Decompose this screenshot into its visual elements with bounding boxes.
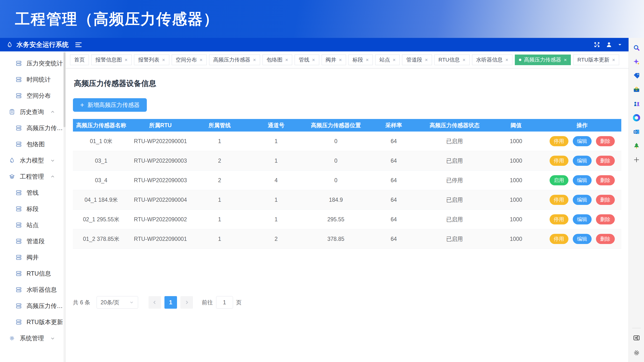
prev-page-button[interactable] (148, 296, 161, 309)
close-icon[interactable]: × (285, 57, 288, 62)
delete-button[interactable]: 删除 (596, 195, 615, 205)
tab-item[interactable]: 站点× (375, 54, 400, 65)
sidebar-item[interactable]: 阀井 (0, 249, 66, 266)
delete-button[interactable]: 删除 (596, 175, 615, 185)
tab-label: 高频压力传感器 (524, 56, 561, 63)
sidebar-item[interactable]: 工程管理 (0, 168, 66, 185)
tab-item[interactable]: 首页 (70, 54, 89, 65)
delete-button[interactable]: 删除 (596, 214, 615, 224)
add-icon[interactable] (629, 153, 644, 167)
page-size-select[interactable]: 20条/页 (96, 296, 138, 309)
select-caret-icon (129, 300, 134, 305)
tab-item[interactable]: 包络图× (262, 54, 292, 65)
edit-button[interactable]: 编辑 (573, 136, 592, 146)
sidebar-panel-icon[interactable] (629, 333, 644, 343)
toggle-enable-button[interactable]: 启用 (550, 175, 568, 185)
tab-item[interactable]: RTU信息× (434, 54, 470, 65)
close-icon[interactable]: × (506, 57, 508, 62)
sidebar-item[interactable]: 历史查询 (0, 104, 66, 120)
close-icon[interactable]: × (366, 57, 369, 62)
tab-item[interactable]: 报警列表× (134, 54, 169, 65)
close-icon[interactable]: × (253, 57, 256, 62)
edit-button[interactable]: 编辑 (573, 156, 592, 166)
delete-button[interactable]: 删除 (596, 136, 615, 146)
user-avatar-icon[interactable] (605, 41, 612, 48)
sidebar-item[interactable]: 压力突变统计 (0, 55, 66, 71)
edit-button[interactable]: 编辑 (573, 175, 592, 185)
shopping-icon[interactable] (629, 69, 644, 83)
sidebar-item[interactable]: 管线 (0, 185, 66, 201)
tab-item[interactable]: 报警信息图× (91, 54, 132, 65)
water-drop-logo-icon (6, 41, 13, 48)
add-sensor-button[interactable]: + 新增高频压力传感器 (73, 98, 147, 112)
tab-item[interactable]: 高频压力传感器× (209, 54, 260, 65)
microsoft-365-icon[interactable] (629, 111, 644, 125)
tab-item[interactable]: 空间分布× (172, 54, 207, 65)
tree-icon[interactable] (629, 139, 644, 153)
tab-item[interactable]: 水听器信息× (472, 54, 512, 65)
sidebar-item[interactable]: 空间分布 (0, 88, 66, 104)
settings-icon[interactable] (629, 348, 644, 358)
edit-button[interactable]: 编辑 (573, 234, 592, 244)
page-number-button[interactable]: 1 (164, 296, 177, 309)
sidebar-toggle-icon[interactable] (75, 42, 82, 47)
sidebar-item[interactable]: 水听器信息 (0, 282, 66, 298)
sidebar-item[interactable]: RTU版本更新 (0, 314, 66, 330)
table-cell: 01_2 378.85米 (73, 229, 130, 249)
sidebar-item[interactable]: RTU信息 (0, 266, 66, 282)
close-icon[interactable]: × (462, 57, 465, 62)
close-icon[interactable]: × (339, 57, 342, 62)
close-icon[interactable]: × (312, 57, 315, 62)
delete-button[interactable]: 删除 (596, 156, 615, 166)
table-cell: 2 (192, 171, 248, 190)
sidebar-item[interactable]: 高频压力传感器 (0, 120, 66, 136)
toggle-enable-button[interactable]: 停用 (550, 156, 568, 166)
sidebar-item[interactable]: 站点 (0, 217, 66, 233)
grid-icon (16, 270, 22, 277)
tab-item[interactable]: 标段× (348, 54, 373, 65)
close-icon[interactable]: × (612, 57, 615, 62)
pagination-total: 共 6 条 (73, 299, 90, 306)
next-page-button[interactable] (180, 296, 193, 309)
close-icon[interactable]: × (564, 57, 567, 62)
fullscreen-icon[interactable] (593, 41, 600, 48)
toggle-enable-button[interactable]: 停用 (550, 214, 568, 224)
close-icon[interactable]: × (393, 57, 396, 62)
close-icon[interactable]: × (425, 57, 428, 62)
close-icon[interactable]: × (162, 57, 165, 62)
delete-button[interactable]: 删除 (596, 234, 615, 244)
table-cell: 4 (248, 171, 304, 190)
sidebar-item[interactable]: 管道段 (0, 233, 66, 249)
close-icon[interactable]: × (124, 57, 128, 62)
edit-button[interactable]: 编辑 (573, 214, 592, 224)
tab-item[interactable]: RTU版本更新× (573, 54, 619, 65)
user-menu-caret-icon[interactable] (618, 42, 622, 47)
system-name: 水务安全运行系统 (16, 40, 68, 49)
search-icon[interactable] (629, 41, 644, 55)
layers-icon (9, 173, 16, 180)
toolbox-icon[interactable] (629, 83, 644, 97)
close-icon[interactable]: × (200, 57, 202, 62)
games-icon[interactable] (629, 97, 644, 111)
outlook-icon[interactable] (629, 125, 644, 139)
table-header-cell: 所属管线 (192, 119, 248, 131)
sidebar-item[interactable]: 时间统计 (0, 71, 66, 88)
table-header-cell: 采样率 (367, 119, 420, 131)
goto-page-input[interactable] (216, 296, 233, 309)
toggle-enable-button[interactable]: 停用 (550, 195, 568, 205)
table-header-cell: 所属RTU (130, 119, 192, 131)
sidebar-item[interactable]: 高频压力传感器 (0, 298, 66, 314)
sidebar-item[interactable]: 包络图 (0, 136, 66, 152)
sidebar-item[interactable]: 水力模型 (0, 152, 66, 168)
tab-active[interactable]: 高频压力传感器× (515, 54, 571, 65)
tab-item[interactable]: 管道段× (402, 54, 432, 65)
copilot-icon[interactable] (629, 55, 644, 69)
tab-item[interactable]: 阀井× (322, 54, 346, 65)
toggle-enable-button[interactable]: 停用 (550, 136, 568, 146)
table-cell: 64 (367, 190, 420, 210)
edit-button[interactable]: 编辑 (573, 195, 592, 205)
sidebar-item[interactable]: 系统管理 (0, 330, 66, 346)
sidebar-item[interactable]: 标段 (0, 201, 66, 217)
tab-item[interactable]: 管线× (294, 54, 319, 65)
toggle-enable-button[interactable]: 停用 (550, 234, 568, 244)
